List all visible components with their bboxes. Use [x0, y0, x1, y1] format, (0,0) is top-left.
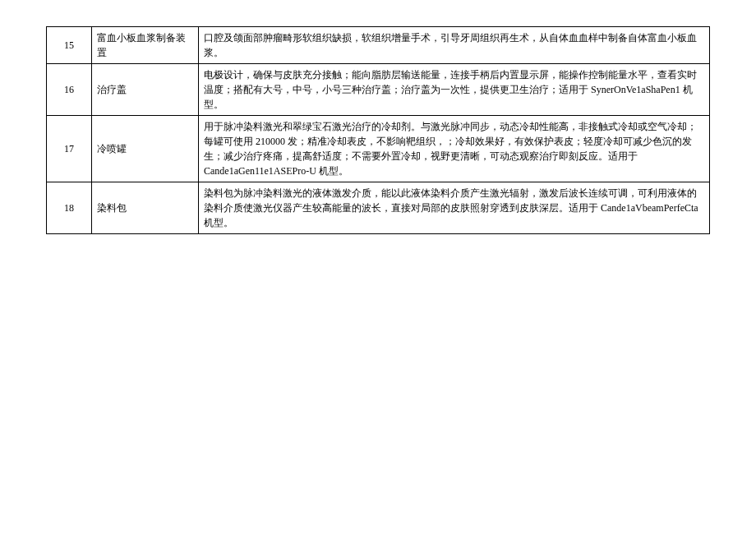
table-row: 17 冷喷罐 用于脉冲染料激光和翠绿宝石激光治疗的冷却剂。与激光脉冲同步，动态冷… [47, 116, 710, 182]
device-name: 治疗盖 [92, 64, 199, 116]
row-number: 16 [47, 64, 92, 116]
device-description: 口腔及颌面部肿瘤畸形软组织缺损，软组织增量手术，引导牙周组织再生术，从自体血血样… [199, 27, 710, 64]
device-name: 染料包 [92, 182, 199, 234]
device-description: 染料包为脉冲染料激光的液体激发介质，能以此液体染料介质产生激光辐射，激发后波长连… [199, 182, 710, 234]
row-number: 15 [47, 27, 92, 64]
device-name: 冷喷罐 [92, 116, 199, 182]
row-number: 17 [47, 116, 92, 182]
device-description: 用于脉冲染料激光和翠绿宝石激光治疗的冷却剂。与激光脉冲同步，动态冷却性能高，非接… [199, 116, 710, 182]
device-name: 富血小板血浆制备装置 [92, 27, 199, 64]
device-description: 电极设计，确保与皮肤充分接触；能向脂肪层输送能量，连接手柄后内置显示屏，能操作控… [199, 64, 710, 116]
row-number: 18 [47, 182, 92, 234]
table-row: 15 富血小板血浆制备装置 口腔及颌面部肿瘤畸形软组织缺损，软组织增量手术，引导… [47, 27, 710, 64]
table-row: 16 治疗盖 电极设计，确保与皮肤充分接触；能向脂肪层输送能量，连接手柄后内置显… [47, 64, 710, 116]
table-row: 18 染料包 染料包为脉冲染料激光的液体激发介质，能以此液体染料介质产生激光辐射… [47, 182, 710, 234]
device-table: 15 富血小板血浆制备装置 口腔及颌面部肿瘤畸形软组织缺损，软组织增量手术，引导… [46, 26, 710, 234]
